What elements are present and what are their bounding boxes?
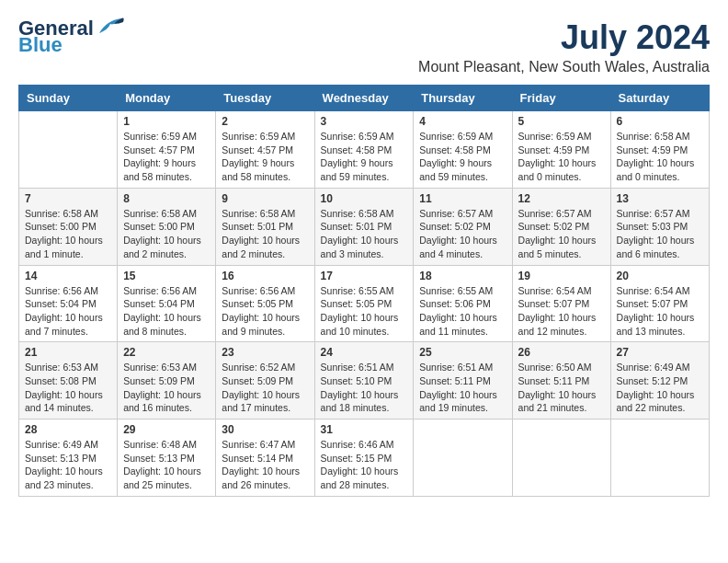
day-info: Sunrise: 6:56 AMSunset: 5:04 PMDaylight:… [25, 284, 111, 339]
day-number: 11 [419, 192, 506, 205]
day-info: Sunrise: 6:48 AMSunset: 5:13 PMDaylight:… [123, 438, 210, 492]
title-section: July 2024 Mount Pleasant, New South Wale… [418, 18, 710, 75]
table-row: 25Sunrise: 6:51 AMSunset: 5:11 PMDayligh… [414, 342, 512, 419]
table-row [610, 419, 709, 497]
day-number: 13 [617, 192, 703, 205]
logo-blue: Blue [18, 35, 63, 55]
table-row: 13Sunrise: 6:57 AMSunset: 5:03 PMDayligh… [610, 188, 709, 265]
day-number: 31 [321, 423, 408, 436]
table-row [414, 419, 512, 497]
day-number: 3 [321, 115, 408, 128]
day-info: Sunrise: 6:58 AMSunset: 5:00 PMDaylight:… [123, 207, 210, 261]
calendar-week-row: 21Sunrise: 6:53 AMSunset: 5:08 PMDayligh… [19, 342, 710, 419]
header-thursday: Thursday [414, 86, 512, 111]
day-number: 15 [123, 270, 210, 282]
table-row: 9Sunrise: 6:58 AMSunset: 5:01 PMDaylight… [216, 188, 314, 265]
header-friday: Friday [512, 86, 610, 111]
day-number: 1 [123, 115, 210, 128]
day-info: Sunrise: 6:58 AMSunset: 5:01 PMDaylight:… [321, 207, 408, 261]
day-info: Sunrise: 6:58 AMSunset: 5:01 PMDaylight:… [222, 207, 308, 261]
table-row: 24Sunrise: 6:51 AMSunset: 5:10 PMDayligh… [314, 342, 414, 419]
day-info: Sunrise: 6:55 AMSunset: 5:06 PMDaylight:… [419, 284, 506, 339]
logo: General Blue [18, 18, 125, 55]
day-number: 29 [123, 423, 210, 436]
page-header: General Blue July 2024 Mount Pleasant, N… [18, 18, 710, 75]
table-row: 4Sunrise: 6:59 AMSunset: 4:58 PMDaylight… [414, 111, 512, 189]
table-row: 19Sunrise: 6:54 AMSunset: 5:07 PMDayligh… [512, 265, 610, 342]
calendar-week-row: 14Sunrise: 6:56 AMSunset: 5:04 PMDayligh… [19, 265, 710, 342]
table-row: 17Sunrise: 6:55 AMSunset: 5:05 PMDayligh… [314, 265, 414, 342]
day-info: Sunrise: 6:56 AMSunset: 5:04 PMDaylight:… [123, 284, 210, 339]
calendar-week-row: 7Sunrise: 6:58 AMSunset: 5:00 PMDaylight… [19, 188, 710, 265]
day-info: Sunrise: 6:54 AMSunset: 5:07 PMDaylight:… [617, 284, 703, 339]
day-number: 16 [222, 270, 308, 282]
day-info: Sunrise: 6:56 AMSunset: 5:05 PMDaylight:… [222, 284, 308, 339]
day-info: Sunrise: 6:55 AMSunset: 5:05 PMDaylight:… [321, 284, 408, 339]
day-number: 14 [25, 270, 111, 282]
table-row: 26Sunrise: 6:50 AMSunset: 5:11 PMDayligh… [512, 342, 610, 419]
day-number: 6 [617, 115, 703, 128]
table-row: 20Sunrise: 6:54 AMSunset: 5:07 PMDayligh… [610, 265, 709, 342]
header-monday: Monday [118, 86, 216, 111]
day-number: 8 [123, 192, 210, 205]
day-info: Sunrise: 6:54 AMSunset: 5:07 PMDaylight:… [518, 284, 605, 339]
day-info: Sunrise: 6:59 AMSunset: 4:57 PMDaylight:… [222, 130, 308, 184]
day-number: 4 [419, 115, 506, 128]
day-info: Sunrise: 6:53 AMSunset: 5:09 PMDaylight:… [123, 361, 210, 415]
day-number: 23 [222, 346, 308, 359]
table-row: 22Sunrise: 6:53 AMSunset: 5:09 PMDayligh… [118, 342, 216, 419]
day-number: 12 [518, 192, 605, 205]
day-info: Sunrise: 6:51 AMSunset: 5:11 PMDaylight:… [419, 361, 506, 415]
table-row: 8Sunrise: 6:58 AMSunset: 5:00 PMDaylight… [118, 188, 216, 265]
day-number: 20 [617, 270, 703, 282]
table-row: 2Sunrise: 6:59 AMSunset: 4:57 PMDaylight… [216, 111, 314, 189]
header-tuesday: Tuesday [216, 86, 314, 111]
calendar-week-row: 28Sunrise: 6:49 AMSunset: 5:13 PMDayligh… [19, 419, 710, 497]
table-row: 12Sunrise: 6:57 AMSunset: 5:02 PMDayligh… [512, 188, 610, 265]
day-number: 24 [321, 346, 408, 359]
day-info: Sunrise: 6:53 AMSunset: 5:08 PMDaylight:… [25, 361, 111, 415]
day-number: 18 [419, 270, 506, 282]
table-row: 6Sunrise: 6:58 AMSunset: 4:59 PMDaylight… [610, 111, 709, 189]
day-number: 30 [222, 423, 308, 436]
day-info: Sunrise: 6:59 AMSunset: 4:58 PMDaylight:… [419, 130, 506, 184]
day-number: 10 [321, 192, 408, 205]
day-info: Sunrise: 6:49 AMSunset: 5:13 PMDaylight:… [25, 438, 111, 492]
header-saturday: Saturday [610, 86, 709, 111]
day-info: Sunrise: 6:58 AMSunset: 5:00 PMDaylight:… [25, 207, 111, 261]
table-row: 18Sunrise: 6:55 AMSunset: 5:06 PMDayligh… [414, 265, 512, 342]
header-sunday: Sunday [19, 86, 118, 111]
header-wednesday: Wednesday [314, 86, 414, 111]
table-row: 31Sunrise: 6:46 AMSunset: 5:15 PMDayligh… [314, 419, 414, 497]
table-row: 30Sunrise: 6:47 AMSunset: 5:14 PMDayligh… [216, 419, 314, 497]
day-number: 26 [518, 346, 605, 359]
day-number: 7 [25, 192, 111, 205]
day-number: 21 [25, 346, 111, 359]
calendar-title: July 2024 [418, 18, 710, 57]
table-row: 28Sunrise: 6:49 AMSunset: 5:13 PMDayligh… [19, 419, 118, 497]
day-info: Sunrise: 6:51 AMSunset: 5:10 PMDaylight:… [321, 361, 408, 415]
table-row [19, 111, 118, 189]
day-info: Sunrise: 6:50 AMSunset: 5:11 PMDaylight:… [518, 361, 605, 415]
day-info: Sunrise: 6:49 AMSunset: 5:12 PMDaylight:… [617, 361, 703, 415]
day-number: 22 [123, 346, 210, 359]
day-info: Sunrise: 6:46 AMSunset: 5:15 PMDaylight:… [321, 438, 408, 492]
calendar-header-row: Sunday Monday Tuesday Wednesday Thursday… [19, 86, 710, 111]
calendar-table: Sunday Monday Tuesday Wednesday Thursday… [18, 85, 710, 497]
table-row: 15Sunrise: 6:56 AMSunset: 5:04 PMDayligh… [118, 265, 216, 342]
table-row: 3Sunrise: 6:59 AMSunset: 4:58 PMDaylight… [314, 111, 414, 189]
day-info: Sunrise: 6:57 AMSunset: 5:02 PMDaylight:… [419, 207, 506, 261]
day-info: Sunrise: 6:58 AMSunset: 4:59 PMDaylight:… [617, 130, 703, 184]
day-info: Sunrise: 6:57 AMSunset: 5:03 PMDaylight:… [617, 207, 703, 261]
day-number: 27 [617, 346, 703, 359]
day-info: Sunrise: 6:57 AMSunset: 5:02 PMDaylight:… [518, 207, 605, 261]
calendar-week-row: 1Sunrise: 6:59 AMSunset: 4:57 PMDaylight… [19, 111, 710, 189]
table-row [512, 419, 610, 497]
day-info: Sunrise: 6:59 AMSunset: 4:58 PMDaylight:… [321, 130, 408, 184]
day-number: 28 [25, 423, 111, 436]
day-number: 19 [518, 270, 605, 282]
table-row: 23Sunrise: 6:52 AMSunset: 5:09 PMDayligh… [216, 342, 314, 419]
table-row: 1Sunrise: 6:59 AMSunset: 4:57 PMDaylight… [118, 111, 216, 189]
day-number: 17 [321, 270, 408, 282]
table-row: 14Sunrise: 6:56 AMSunset: 5:04 PMDayligh… [19, 265, 118, 342]
